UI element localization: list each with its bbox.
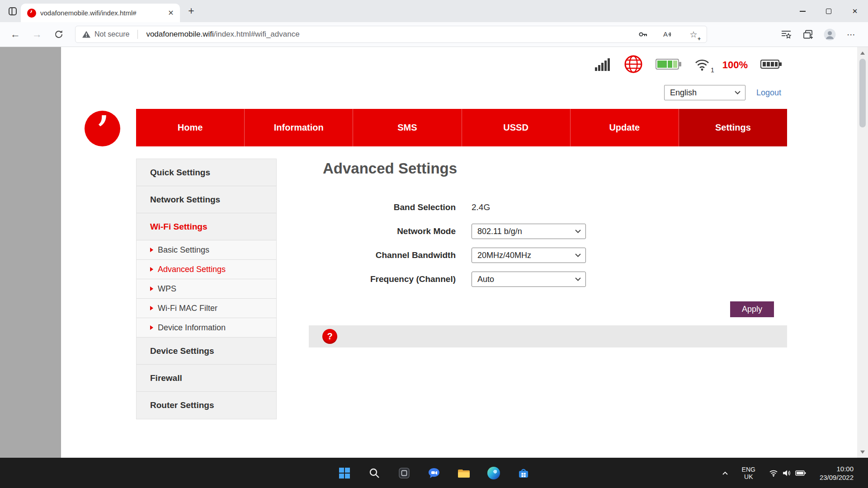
url-domain: vodafonemobile.wifi xyxy=(146,30,213,38)
language-region: UK xyxy=(742,473,755,480)
language-logout-row: English Logout xyxy=(664,85,781,100)
forward-button: → xyxy=(28,25,46,43)
browser-viewport: 1 100% English Logout ’ Home Informati xyxy=(0,47,868,458)
vodafone-mark: ’ xyxy=(29,8,33,21)
clock-time: 10:00 xyxy=(820,465,854,473)
form-row-network-mode: Network Mode 802.11 b/g/n xyxy=(61,224,857,239)
form-row-channel-bandwidth: Channel Bandwidth 20MHz/40MHz xyxy=(61,248,857,263)
nav-label: Update xyxy=(609,122,640,133)
quick-settings-cluster[interactable] xyxy=(766,467,809,479)
logout-link[interactable]: Logout xyxy=(756,88,781,98)
scrollbar-up-arrow[interactable] xyxy=(857,47,868,59)
tab-close-icon[interactable]: ✕ xyxy=(165,8,176,19)
nav-label: Settings xyxy=(715,122,751,133)
frequency-channel-label: Frequency (Channel) xyxy=(61,274,456,284)
favorites-hub-icon[interactable] xyxy=(779,28,793,41)
status-icon-row: 1 100% xyxy=(595,55,782,75)
search-icon[interactable] xyxy=(364,463,384,483)
tab-actions-icon[interactable] xyxy=(5,3,21,19)
add-favorite-star-icon[interactable]: ☆ + xyxy=(687,28,700,41)
nav-item-sms[interactable]: SMS xyxy=(353,109,462,146)
nav-item-update[interactable]: Update xyxy=(571,109,679,146)
vodafone-logo: ’ xyxy=(85,111,120,146)
browser-scrollbar[interactable] xyxy=(857,47,868,458)
band-selection-label: Band Selection xyxy=(61,202,456,212)
sidebar-item-device-settings[interactable]: Device Settings xyxy=(137,338,276,365)
main-navigation: Home Information SMS USSD Update Setting… xyxy=(136,109,787,146)
channel-bandwidth-select[interactable]: 20MHz/40MHz xyxy=(472,248,586,263)
chevron-down-icon xyxy=(575,253,581,257)
window-minimize-button[interactable] xyxy=(789,0,816,22)
tab-title: vodafonemobile.wifi/index.html# xyxy=(40,9,161,17)
address-bar[interactable]: Not secure vodafonemobile.wifi/index.htm… xyxy=(75,26,707,43)
window-close-button[interactable]: ✕ xyxy=(842,0,868,22)
url-text: vodafonemobile.wifi/index.html#wifi_adva… xyxy=(146,30,299,39)
read-aloud-icon[interactable]: A xyxy=(661,28,675,41)
profile-avatar[interactable] xyxy=(823,28,836,41)
scrollbar-thumb[interactable] xyxy=(859,59,866,127)
start-button[interactable] xyxy=(335,463,354,483)
divider xyxy=(137,30,138,39)
chat-icon[interactable] xyxy=(424,463,444,483)
help-icon[interactable]: ? xyxy=(322,329,337,344)
star-glyph: ☆ xyxy=(689,30,697,39)
edge-logo xyxy=(487,467,500,479)
apply-button[interactable]: Apply xyxy=(730,301,774,317)
password-key-icon[interactable] xyxy=(636,28,650,41)
sidebar-item-wifi-mac-filter[interactable]: Wi-Fi MAC Filter xyxy=(137,299,276,318)
form-row-frequency-channel: Frequency (Channel) Auto xyxy=(61,272,857,287)
input-language-switcher[interactable]: ENGUK xyxy=(739,463,758,483)
sidebar-item-label: Firewall xyxy=(150,373,182,383)
back-button[interactable]: ← xyxy=(6,25,24,43)
network-mode-select[interactable]: 802.11 b/g/n xyxy=(472,224,586,239)
task-view-icon[interactable] xyxy=(394,463,414,483)
vodafone-mark: ’ xyxy=(95,111,110,146)
store-icon[interactable] xyxy=(514,463,533,483)
band-selection-value: 2.4G xyxy=(472,202,490,212)
sidebar-item-router-settings[interactable]: Router Settings xyxy=(137,392,276,419)
language-select[interactable]: English xyxy=(664,85,745,100)
sidebar-item-label: Quick Settings xyxy=(150,168,210,178)
security-chip[interactable]: Not secure xyxy=(82,30,129,38)
wifi-tray-icon xyxy=(769,469,778,477)
frequency-channel-select[interactable]: Auto xyxy=(472,272,586,287)
scrollbar-down-arrow[interactable] xyxy=(857,446,868,458)
chevron-down-icon xyxy=(575,230,581,233)
edge-icon[interactable] xyxy=(484,463,504,483)
hidden-icons-chevron[interactable] xyxy=(719,468,731,478)
new-tab-button[interactable]: + xyxy=(184,4,199,19)
file-explorer-icon[interactable] xyxy=(454,463,474,483)
nav-item-information[interactable]: Information xyxy=(245,109,353,146)
window-maximize-button[interactable] xyxy=(816,0,842,22)
form-row-band-selection: Band Selection 2.4G xyxy=(61,200,857,215)
red-caret-icon xyxy=(150,325,153,330)
browser-tab[interactable]: ’ vodafonemobile.wifi/index.html# ✕ xyxy=(21,4,180,22)
minimize-icon xyxy=(800,11,806,12)
red-caret-icon xyxy=(150,306,153,310)
nav-item-settings[interactable]: Settings xyxy=(679,109,787,146)
maximize-icon xyxy=(826,9,831,14)
chevron-down-icon xyxy=(575,277,581,281)
svg-text:A: A xyxy=(663,30,668,38)
language-code: ENG xyxy=(742,466,755,473)
windows-taskbar: ENGUK 10:0023/09/2022 xyxy=(0,458,868,488)
select-value: 802.11 b/g/n xyxy=(477,227,522,236)
nav-item-home[interactable]: Home xyxy=(136,109,245,146)
settings-more-icon[interactable]: ⋯ xyxy=(844,28,858,41)
warning-triangle-icon xyxy=(82,30,91,38)
network-mode-label: Network Mode xyxy=(61,226,456,236)
sidebar-item-device-information[interactable]: Device Information xyxy=(137,318,276,338)
window-controls: ✕ xyxy=(789,0,868,22)
sidebar-item-firewall[interactable]: Firewall xyxy=(137,365,276,392)
refresh-button[interactable] xyxy=(50,25,68,43)
volume-icon xyxy=(783,469,791,477)
battery-outline-icon xyxy=(760,58,782,72)
clock-date[interactable]: 10:0023/09/2022 xyxy=(817,462,856,484)
wifi-devices-icon: 1 xyxy=(694,57,710,73)
collections-icon[interactable] xyxy=(801,28,815,41)
screen: ’ vodafonemobile.wifi/index.html# ✕ + ✕ … xyxy=(0,0,868,488)
chevron-down-icon xyxy=(735,91,741,94)
sidebar-item-quick-settings[interactable]: Quick Settings xyxy=(137,159,276,186)
nav-item-ussd[interactable]: USSD xyxy=(462,109,571,146)
browser-toolbar: ← → Not secure vodafonemobile.wifi/index… xyxy=(0,22,868,47)
